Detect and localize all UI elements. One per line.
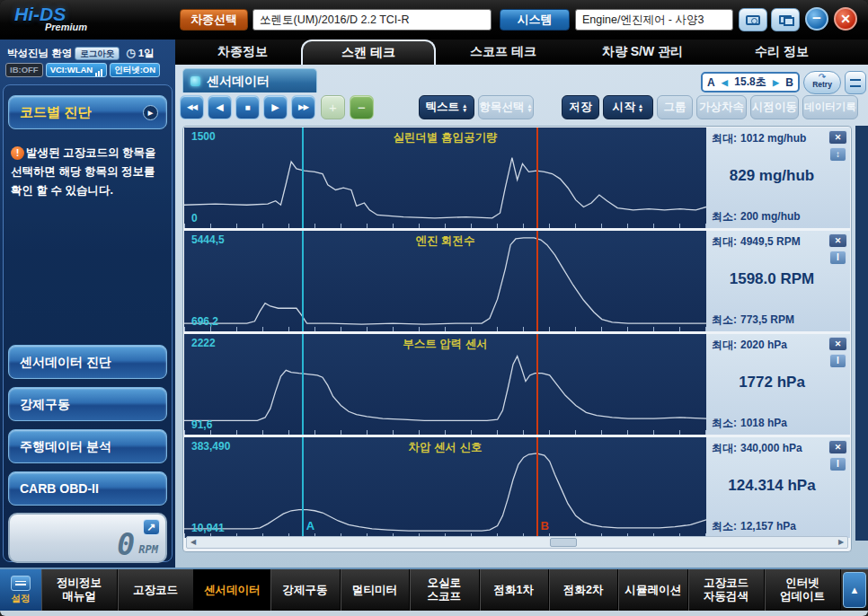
time-jump-button[interactable]: 시점이동 [750,95,799,119]
cursor-a-line[interactable] [302,231,304,331]
tab-repair-info[interactable]: 수리 정보 [723,40,840,65]
graph-row-diff-pressure: 차압 센서 신호 383,490 10,941 A B 최대:340,000 h… [184,437,850,538]
resize-ibeam-icon[interactable]: I [829,354,846,368]
sidebar-item-carb-obd2[interactable]: CARB OBD-II [8,471,167,506]
close-channel-icon[interactable]: ✕ [828,440,847,454]
min-value: 773,5 RPM [740,313,794,326]
data-record-button[interactable]: 데이터기록 [802,95,858,119]
bottom-item-oscilloscope[interactable]: 오실로 스코프 [410,569,479,611]
system-button[interactable]: 시스템 [500,9,570,31]
vehicle-field[interactable]: 쏘렌토(UM)/2016/D 2.2 TCI-R [252,9,492,31]
vehicle-select-button[interactable]: 차종선택 [180,9,248,31]
logout-button[interactable]: 로그아웃 [75,47,120,60]
remove-channel-button[interactable]: − [350,95,374,119]
cursor-a-line[interactable] [302,334,304,435]
signal-bars-icon [94,64,102,76]
screenshot-button[interactable] [739,8,767,31]
start-button[interactable]: 시작 ▲▼ [603,95,653,119]
tab-vehicle-sw[interactable]: 차량 S/W 관리 [571,40,714,65]
time-axis-ticks [184,327,706,331]
view-mode-select[interactable]: 텍스트 ▲▼ [419,95,474,119]
fast-forward-button[interactable]: ▶▶ [291,95,315,119]
b-right-arrow-icon[interactable]: ▶ [773,78,779,87]
window-bottom-edge [0,611,868,616]
step-back-button[interactable]: ◀ [208,95,232,119]
bottom-item-sensor-data[interactable]: 센서데이터 [194,569,270,611]
sidebar-item-driving-data-analysis[interactable]: 주행데이터 분석 [8,429,167,463]
retry-button[interactable]: ↷ Retry [803,71,841,94]
cursor-b-line[interactable] [536,128,538,228]
bottom-item-simulation[interactable]: 시뮬레이션 [618,569,687,611]
rewind-button[interactable]: ◀◀ [180,95,204,119]
cursor-b-line[interactable] [536,231,538,331]
bottom-item-fault-codes[interactable]: 고장코드 [118,569,194,611]
bottom-item-internet-update[interactable]: 인터넷 업데이트 [765,569,841,611]
cursor-b-line[interactable] [536,437,538,538]
save-button[interactable]: 저장 [562,95,599,119]
sidebar-item-sensor-data-diagnosis[interactable]: 센서데이터 진단 [8,345,167,379]
bottom-item-multimeter[interactable]: 멀티미터 [341,569,410,611]
expand-icon[interactable]: ↗ [143,519,160,535]
close-channel-icon[interactable]: ✕ [828,233,847,248]
signal-trace [184,356,706,421]
print-button[interactable] [845,71,866,94]
tab-scan-tech[interactable]: 스캔 테크 [301,40,436,65]
scroll-left-icon[interactable]: ◀ [187,537,199,548]
main-tab-bar: 차종정보 스캔 테크 스코프 테크 차량 S/W 관리 수리 정보 [175,40,868,65]
value-panel: 최대:4949,5 RPM ✕ I 1598.0 RPM 최소:773,5 RP… [706,231,850,331]
graph-plot-area[interactable]: 차압 센서 신호 383,490 10,941 A B [184,437,706,538]
uptime-text: 1일 [138,47,155,60]
resize-ibeam-icon[interactable]: I [829,457,846,471]
bottom-item-forced-drive[interactable]: 강제구동 [270,569,340,611]
settings-button[interactable]: 설정 [0,569,41,611]
signal-trace [184,453,706,531]
add-channel-button[interactable]: + [321,95,345,119]
rpm-gauge[interactable]: ↗ 0 RPM [8,513,167,563]
graph-row-engine-rpm: 엔진 회전수 5444,5 696,2 최대:4949,5 RPM ✕ I 15… [184,231,850,331]
bottom-item-ignition-1[interactable]: 점화1차 [480,569,549,611]
current-value: 829 mg/hub [706,167,837,185]
bottom-toolbar: 설정 정비정보 매뉴얼 고장코드 센서데이터 강제구동 멀티미터 오실로 스코프… [0,568,868,611]
min-label: 최소: [712,313,737,326]
group-button[interactable]: 그룹 [657,95,693,119]
code-diagnosis-button[interactable]: 코드별 진단 ▶ [8,95,167,129]
right-frame-strip [855,126,868,541]
system-field[interactable]: Engine/엔진제어 - 사양3 [575,9,733,31]
sidebar-item-forced-drive[interactable]: 강제구동 [8,387,167,421]
window-layout-button[interactable] [771,8,800,31]
minimize-button[interactable]: − [805,7,828,31]
bottom-item-ignition-2[interactable]: 점화2차 [549,569,618,611]
toolbar-up-arrow-button[interactable]: ▲ [843,572,866,608]
cursor-b-line[interactable] [536,334,538,435]
max-label: 최대: [712,235,737,248]
close-channel-icon[interactable]: ✕ [828,130,847,145]
horizontal-scrollbar[interactable]: ◀ ▶ [186,536,848,549]
scroll-right-icon[interactable]: ▶ [835,537,847,548]
resize-updown-icon[interactable]: ↕ [829,147,846,162]
scale-min: 0 [191,212,198,224]
hi-ds-window: Hi-DS Premium 차종선택 쏘렌토(UM)/2016/D 2.2 TC… [0,0,868,616]
signal-trace [184,158,706,218]
scrollbar-thumb[interactable] [550,538,577,547]
virtual-speed-button[interactable]: 가상차속 [696,95,747,119]
tab-vehicle-info[interactable]: 차종정보 [193,40,292,65]
resize-ibeam-icon[interactable]: I [829,251,846,265]
ab-time-value: 15.8초 [734,75,766,90]
current-value: 1598.0 RPM [706,270,837,288]
close-channel-icon[interactable]: ✕ [828,337,847,351]
cursor-a-line[interactable] [302,437,304,538]
tab-scope-tech[interactable]: 스코프 테크 [445,40,562,65]
close-button[interactable]: ✕ [834,7,857,31]
graph-title: 차압 센서 신호 [184,440,706,455]
cursor-a-line[interactable] [302,128,304,228]
graph-plot-area[interactable]: 엔진 회전수 5444,5 696,2 [184,231,706,331]
graph-plot-area[interactable]: 부스트 압력 센서 2222 91,6 [184,334,706,435]
play-button[interactable]: ▶ [263,95,288,119]
bottom-item-repair-manual[interactable]: 정비정보 매뉴얼 [41,569,118,611]
item-select-button[interactable]: 항목선택 ▲▼ [478,95,534,119]
bottom-item-auto-code-search[interactable]: 고장코드 자동검색 [688,569,765,611]
a-left-arrow-icon[interactable]: ◀ [722,78,728,87]
ab-interval-widget[interactable]: A ◀ 15.8초 ▶ B [701,72,800,92]
graph-plot-area[interactable]: 실린더별 흡입공기량 1500 0 [184,128,706,228]
stop-button[interactable]: ■ [235,95,260,119]
